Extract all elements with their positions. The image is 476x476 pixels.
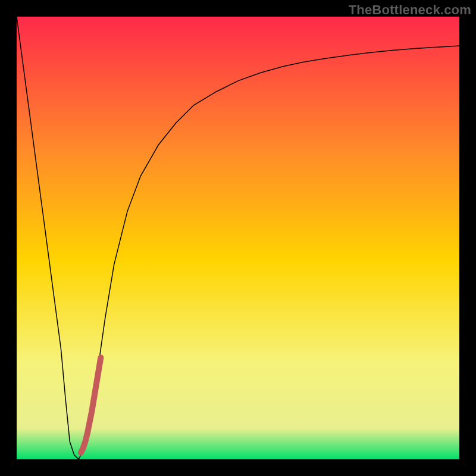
plot-area (17, 17, 459, 459)
gradient-background (17, 17, 459, 459)
watermark-text: TheBottleneck.com (349, 2, 471, 18)
plot-svg (17, 17, 459, 459)
chart-frame: TheBottleneck.com (0, 0, 476, 476)
